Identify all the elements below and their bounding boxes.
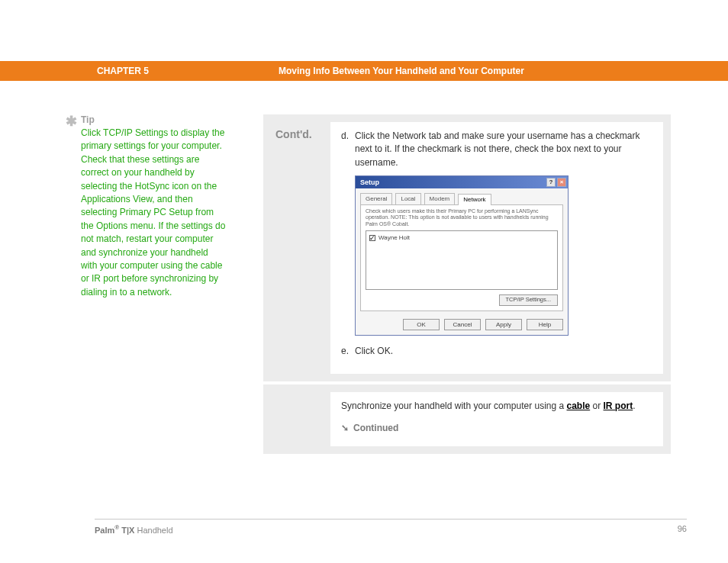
apply-button[interactable]: Apply	[485, 319, 522, 331]
help-button[interactable]: Help	[527, 319, 563, 331]
close-window-icon[interactable]: ×	[557, 178, 566, 187]
asterisk-icon: ✱	[66, 113, 77, 130]
ok-button[interactable]: OK	[403, 319, 440, 331]
tcpip-settings-button[interactable]: TCP/IP Settings...	[499, 294, 558, 306]
setup-dialog: Setup ? × General Local Modem Network Ch…	[355, 175, 569, 336]
substep-d-letter: d.	[341, 130, 355, 169]
tab-general[interactable]: General	[360, 193, 392, 204]
step-label-empty	[263, 384, 330, 454]
dialog-titlebar: Setup ? ×	[356, 176, 568, 188]
sync-text-period: .	[633, 401, 635, 411]
product-name: Palm® T|X Handheld	[95, 524, 173, 535]
help-window-icon[interactable]: ?	[546, 178, 556, 187]
step-label-contd: Cont'd.	[263, 114, 330, 381]
ir-port-link[interactable]: IR port	[604, 401, 633, 411]
dialog-panel: Check which users make this their Primar…	[360, 204, 563, 311]
chapter-title: Moving Info Between Your Handheld and Yo…	[279, 66, 524, 76]
substep-d-text: Click the Network tab and make sure your…	[355, 130, 652, 169]
chapter-number: CHAPTER 5	[97, 66, 149, 76]
tip-sidebar: ✱ Tip Click TCP/IP Settings to display t…	[81, 114, 226, 299]
dialog-title: Setup	[360, 178, 379, 188]
continued-row: ➘ Continued	[341, 422, 652, 435]
step-block-contd: Cont'd. d. Click the Network tab and mak…	[263, 114, 671, 381]
substep-d: d. Click the Network tab and make sure y…	[341, 130, 652, 169]
page-number: 96	[678, 524, 687, 535]
substep-e-text: Click OK.	[355, 345, 652, 358]
substep-e: e. Click OK.	[341, 345, 652, 358]
username-listbox[interactable]: Wayne Holt	[366, 230, 558, 290]
tab-network[interactable]: Network	[458, 194, 491, 205]
dialog-button-row: OK Cancel Apply Help	[356, 316, 568, 336]
sync-text-or: or	[590, 401, 603, 411]
tip-heading: Tip	[81, 114, 226, 125]
main-content: Cont'd. d. Click the Network tab and mak…	[263, 114, 671, 457]
cancel-button[interactable]: Cancel	[444, 319, 481, 331]
tab-modem[interactable]: Modem	[424, 193, 456, 204]
username-item: Wayne Holt	[378, 234, 410, 241]
dialog-note: Check which users make this their Primar…	[366, 208, 558, 227]
sync-text-prefix: Synchronize your handheld with your comp…	[341, 401, 567, 411]
checkbox-icon[interactable]	[369, 235, 375, 241]
tab-local[interactable]: Local	[395, 193, 420, 204]
page-footer: Palm® T|X Handheld 96	[95, 519, 687, 535]
step-body-sync: Synchronize your handheld with your comp…	[330, 392, 663, 446]
cable-link[interactable]: cable	[567, 401, 591, 411]
step-block-sync: Synchronize your handheld with your comp…	[263, 384, 671, 454]
substep-e-letter: e.	[341, 345, 355, 358]
chapter-header: CHAPTER 5 Moving Info Between Your Handh…	[0, 61, 728, 81]
step-body-contd: d. Click the Network tab and make sure y…	[330, 122, 663, 374]
tip-body: Click TCP/IP Settings to display the pri…	[81, 127, 226, 299]
dialog-tabs: General Local Modem Network	[356, 188, 568, 204]
continued-label: Continued	[353, 422, 398, 435]
continued-arrow-icon: ➘	[341, 422, 349, 435]
